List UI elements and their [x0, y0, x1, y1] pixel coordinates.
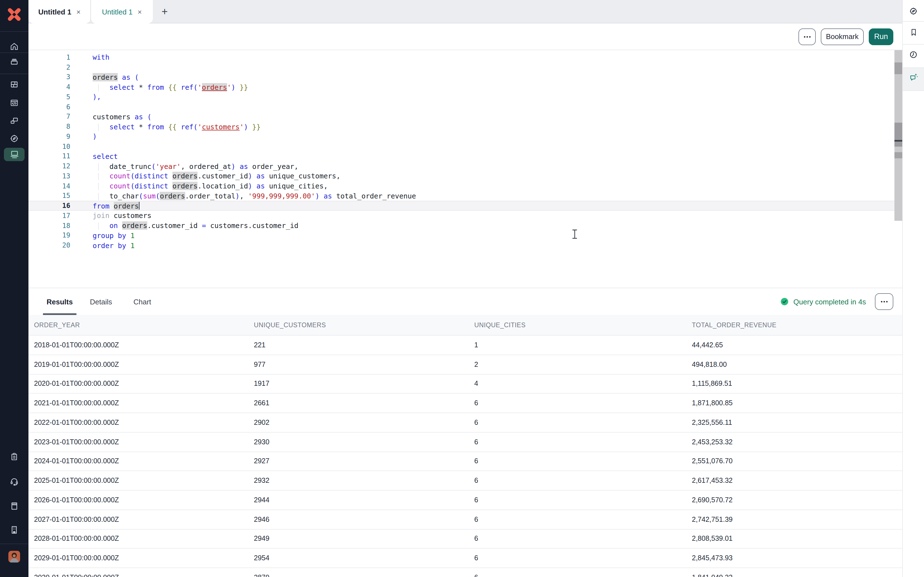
- more-options-button[interactable]: •••: [798, 28, 816, 45]
- code-line[interactable]: 18 on orders.customer_id = customers.cus…: [29, 221, 902, 231]
- compass-icon: [909, 7, 918, 16]
- sql-editor[interactable]: 1with23orders as (4 select * from {{ ref…: [29, 50, 902, 288]
- tab-details[interactable]: Details: [84, 288, 118, 315]
- sidebar-item-explore[interactable]: [0, 134, 29, 143]
- sidebar-item-notebook-active[interactable]: [4, 148, 24, 161]
- line-number: 5: [29, 93, 70, 101]
- code-line[interactable]: 17join customers: [29, 211, 902, 221]
- tab-untitled-1-active[interactable]: Untitled 1 ×: [29, 0, 90, 23]
- table-cell: 6: [473, 568, 690, 577]
- column-header[interactable]: UNIQUE_CUSTOMERS: [252, 315, 473, 335]
- sidebar-item-organization[interactable]: [0, 525, 29, 535]
- ai-assistant-button[interactable]: [903, 73, 924, 82]
- code-line[interactable]: 12 date_trunc('year', ordered_at) as ord…: [29, 161, 902, 171]
- line-content: date_trunc('year', ordered_at) as order_…: [70, 162, 299, 170]
- sidebar-item-archive[interactable]: [0, 57, 29, 66]
- code-line[interactable]: 6: [29, 102, 902, 112]
- line-number: 4: [29, 83, 70, 91]
- table-cell: 221: [252, 335, 473, 355]
- code-line[interactable]: 13 count(distinct orders.customer_id) as…: [29, 171, 902, 181]
- table-cell: 2018-01-01T00:00:00.000Z: [32, 335, 252, 355]
- table-cell: 2024-01-01T00:00:00.000Z: [32, 452, 252, 471]
- results-header: Results Details Chart Query completed in…: [29, 288, 902, 315]
- sidebar-item-support[interactable]: [0, 477, 29, 486]
- clipboard-icon: [10, 452, 19, 462]
- sidebar-item-dashboards[interactable]: [0, 80, 29, 89]
- query-status: Query completed in 4s: [780, 288, 866, 315]
- tab-chart[interactable]: Chart: [126, 288, 159, 315]
- column-header[interactable]: TOTAL_ORDER_REVENUE: [690, 315, 902, 335]
- tab-label: Untitled 1: [38, 8, 71, 16]
- line-number: 1: [29, 53, 70, 61]
- history-panel-button[interactable]: [903, 50, 924, 59]
- scrollbar-mark: [895, 152, 902, 158]
- tab-results[interactable]: Results: [43, 288, 76, 315]
- home-icon: [10, 42, 19, 51]
- table-cell: 2954: [252, 549, 473, 568]
- sidebar-item-docs[interactable]: [0, 501, 29, 511]
- table-cell: 977: [252, 355, 473, 374]
- table-cell: 1: [473, 335, 690, 355]
- code-line[interactable]: 3orders as (: [29, 72, 902, 82]
- editor-scrollbar[interactable]: [895, 50, 902, 221]
- divider: [0, 74, 29, 74]
- line-number: 14: [29, 182, 70, 190]
- line-content: ),: [70, 93, 101, 101]
- code-line[interactable]: 2: [29, 63, 902, 73]
- divider: [0, 52, 29, 53]
- column-header[interactable]: ORDER_YEAR: [32, 315, 252, 335]
- table-cell: 2,808,539.01: [690, 529, 902, 548]
- new-tab-button[interactable]: +: [153, 0, 176, 23]
- table-body: 2018-01-01T00:00:00.000Z221144,442.65201…: [29, 335, 902, 577]
- code-line[interactable]: 16from orders: [29, 201, 902, 211]
- table-cell: 2927: [252, 452, 473, 471]
- user-avatar[interactable]: [8, 551, 20, 562]
- divider: [0, 31, 29, 32]
- table-cell: 494,818.00: [690, 355, 902, 374]
- code-line[interactable]: 20order by 1: [29, 240, 902, 251]
- text-caret: [139, 201, 140, 210]
- code-line[interactable]: 10: [29, 142, 902, 152]
- run-button[interactable]: Run: [869, 28, 893, 45]
- table-cell: 2661: [252, 394, 473, 413]
- close-icon[interactable]: ×: [76, 8, 81, 16]
- code-line[interactable]: 15 to_char(sum(orders.order_total), '999…: [29, 191, 902, 201]
- results-more-button[interactable]: •••: [875, 293, 893, 310]
- bookmark-button[interactable]: Bookmark: [821, 28, 864, 45]
- check-circle-icon: [780, 298, 788, 306]
- table-row: 2020-01-01T00:00:00.000Z191741,115,869.5…: [29, 374, 902, 394]
- table-cell: 2,690,570.72: [690, 491, 902, 509]
- code-line[interactable]: 14 count(distinct orders.location_id) as…: [29, 181, 902, 191]
- table-cell: 2022-01-01T00:00:00.000Z: [32, 413, 252, 432]
- sidebar-item-changelog[interactable]: [0, 452, 29, 462]
- tab-untitled-1-secondary[interactable]: Untitled 1 ×: [90, 0, 153, 23]
- table-cell: 2,551,076.70: [690, 452, 902, 471]
- sidebar-item-code[interactable]: [0, 98, 29, 108]
- line-number: 9: [29, 133, 70, 140]
- close-icon[interactable]: ×: [137, 8, 142, 16]
- table-cell: 6: [473, 491, 690, 509]
- code-line[interactable]: 7customers as (: [29, 112, 902, 122]
- line-content: customers as (: [70, 113, 152, 121]
- code-line[interactable]: 1with: [29, 52, 902, 63]
- bookmarks-panel-button[interactable]: [903, 28, 924, 37]
- line-content: on orders.customer_id = customers.custom…: [70, 221, 299, 230]
- sidebar-item-apps[interactable]: [0, 116, 29, 126]
- code-line[interactable]: 5),: [29, 92, 902, 102]
- sidebar-item-home[interactable]: [0, 42, 29, 51]
- code-line[interactable]: 4 select * from {{ ref('orders') }}: [29, 82, 902, 92]
- outline-explore-button[interactable]: [903, 7, 924, 16]
- line-number: 11: [29, 153, 70, 160]
- divider: [903, 21, 924, 22]
- line-number: 19: [29, 232, 70, 239]
- code-line[interactable]: 8 select * from {{ ref('customers') }}: [29, 122, 902, 132]
- scrollbar-thumb[interactable]: [895, 122, 902, 147]
- table-row: 2026-01-01T00:00:00.000Z294462,690,570.7…: [29, 491, 902, 510]
- table-cell: 2: [473, 355, 690, 374]
- column-header[interactable]: UNIQUE_CITIES: [473, 315, 690, 335]
- code-line[interactable]: 19group by 1: [29, 230, 902, 240]
- table-cell: 2,845,473.93: [690, 549, 902, 568]
- code-line[interactable]: 9): [29, 132, 902, 142]
- code-line[interactable]: 11select: [29, 152, 902, 161]
- table-cell: 6: [473, 394, 690, 413]
